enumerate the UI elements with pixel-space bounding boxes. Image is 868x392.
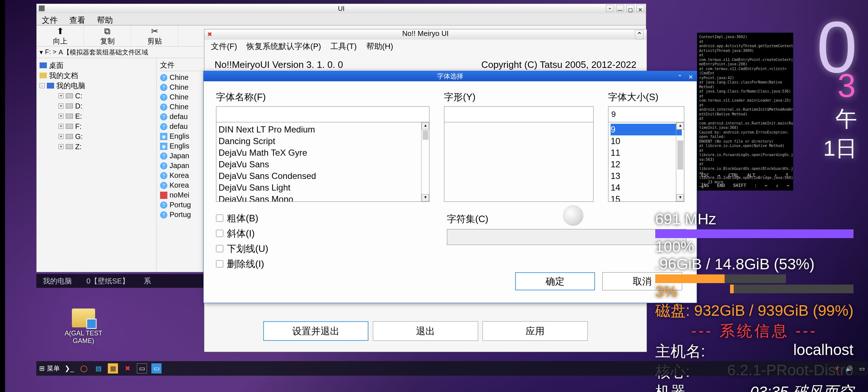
font-option[interactable]: DIN Next LT Pro Medium [219,124,427,135]
expand-icon[interactable]: + [58,124,64,129]
fm-cut-button[interactable]: ✂ 剪贴 [131,25,178,46]
meiryo-menu-file[interactable]: 文件(F) [211,41,237,50]
fm-menu-file[interactable]: 文件 [42,15,58,24]
fm-path-segment[interactable]: A【模拟器套装组基础文件区域 [59,48,148,57]
expand-icon[interactable]: + [58,114,64,119]
tb2-pc[interactable]: 我的电脑 [43,276,72,286]
tree-desktop[interactable]: 桌面 [40,60,153,70]
expand-icon[interactable]: + [58,103,64,109]
scroll-thumb[interactable] [423,130,428,140]
fm-maximize-icon[interactable]: ▢ [626,5,634,12]
terminal-key[interactable]: CTRL [728,173,739,178]
meiryo-set-exit-button[interactable]: 设置并退出 [263,321,368,341]
terminal-key[interactable]: SHIFT [733,183,746,188]
fm-minimize-icon[interactable]: ⌃ [606,5,614,12]
fm-path-drive[interactable]: F: > [45,48,57,56]
font-option[interactable]: DejaVu Sans [219,159,427,170]
start-button[interactable]: ⊞ 菜单 [39,364,60,373]
taskbar-firefox-icon[interactable]: ◯ [79,363,89,373]
terminal-key[interactable]: INS [701,183,709,188]
meiryo-menu-help[interactable]: 帮助(H) [366,41,394,50]
size-option[interactable]: 10 [611,135,682,147]
fd-ok-button[interactable]: 确定 [515,272,595,290]
fd-font-scrollbar[interactable]: ▴ ▾ [421,122,429,201]
fd-style-list[interactable] [444,122,594,202]
font-option[interactable]: DejaVu Sans Mono [219,193,427,202]
terminal-key[interactable]: : [754,183,757,188]
fd-titlebar[interactable]: 字体选择 ⌃ ✕ [204,71,697,81]
tree-docs[interactable]: 我的文档 [40,70,153,81]
fm-menu-help[interactable]: 帮助 [97,15,113,24]
meiryo-exit-button[interactable]: 退出 [373,321,478,341]
taskbar-grid-icon[interactable]: ▦ [108,363,118,373]
fd-size-scrollbar[interactable]: ▴ ▾ [676,122,684,201]
tb2-sys[interactable]: 系 [144,276,151,286]
tree-drive[interactable]: +C: [40,91,153,101]
expand-icon[interactable]: + [58,144,64,149]
fm-menu-view[interactable]: 查看 [69,15,85,24]
fd-name-input[interactable] [216,106,429,122]
terminal-key[interactable]: ↑ [774,173,777,178]
tray-volume-icon[interactable]: 🔊 [845,365,853,372]
taskbar-meiryo-icon[interactable]: ✖ [122,363,133,373]
scroll-thumb[interactable] [677,140,683,170]
terminal-panel[interactable]: ContextImpl.java:3002) at android.app.Ac… [697,33,793,191]
expand-icon[interactable]: + [58,134,64,139]
terminal-key[interactable]: → [787,183,789,188]
terminal-key[interactable]: ↓ [776,183,778,188]
taskbar-terminal-icon[interactable]: ❯_ [64,363,74,373]
tree-drive[interactable]: +E: [40,111,153,121]
tray-notification-icon[interactable]: ▭ [859,365,865,372]
fd-size-list[interactable]: 9101112131415 ▴ ▾ [608,122,684,202]
tree-drive[interactable]: +F: [40,121,153,131]
terminal-key[interactable]: - [763,173,766,178]
desktop-shortcut[interactable]: A(GAL TEST GAME) [62,309,105,345]
meiryo-menu-tools[interactable]: 工具(T) [330,41,356,50]
meiryo-apply-button[interactable]: 应用 [482,321,588,341]
fd-strike-check[interactable]: 删除线(I) [216,256,429,271]
scroll-down-icon[interactable]: ▾ [421,194,429,201]
fm-up-button[interactable]: ⬆ 向上 [37,25,84,46]
size-option[interactable]: 11 [611,147,682,159]
fd-bold-check[interactable]: 粗体(B) [216,211,429,226]
fd-font-list[interactable]: DIN Next LT Pro MediumDancing ScriptDeja… [216,122,429,202]
terminal-key[interactable]: ESC [701,173,709,178]
fm-titlebar[interactable]: UI ⌃ — ▢ ✕ [37,4,646,13]
terminal-key[interactable]: ⤒ [785,173,789,178]
fd-underline-check[interactable]: 下划线(U) [216,241,429,256]
fm-close-icon[interactable]: ✕ [636,5,644,12]
fd-style-input[interactable] [444,106,594,122]
terminal-key[interactable]: ⇥ [717,173,720,178]
scroll-down-icon[interactable]: ▾ [676,194,684,201]
font-option[interactable]: DejaVu Sans Light [219,182,427,193]
chevron-down-icon[interactable]: ▾ [40,48,43,56]
taskbar-files-icon[interactable]: ▤ [93,363,103,373]
font-option[interactable]: DejaVu Math TeX Gyre [219,147,427,159]
fd-charset-select[interactable] [447,229,686,245]
meiryo-titlebar[interactable]: ✖ No!! Meiryo UI ⌃ [204,29,647,40]
fd-italic-check[interactable]: 斜体(I) [216,226,429,241]
size-option[interactable]: 14 [611,182,682,193]
size-option[interactable]: 9 [611,124,682,135]
tb2-wallpaper[interactable]: 0【壁纸SE】 [86,276,129,286]
tree-drive[interactable]: +D: [40,101,153,111]
scroll-up-icon[interactable]: ▴ [676,122,684,130]
terminal-key[interactable]: END [717,183,725,188]
font-option[interactable]: Dancing Script [219,135,427,147]
tree-drive[interactable]: +G: [40,131,153,142]
tree-pc[interactable]: -我的电脑 [40,81,153,91]
taskbar-image-icon[interactable]: ▭ [151,363,162,373]
scroll-up-icon[interactable]: ▴ [421,122,429,130]
font-option[interactable]: DejaVu Sans Condensed [219,170,427,182]
fd-close-icon[interactable]: ✕ [686,72,695,80]
meiryo-menu-restore[interactable]: 恢复系统默认字体(P) [246,41,321,50]
tree-drive[interactable]: +Z: [40,142,153,152]
size-option[interactable]: 15 [611,193,682,202]
size-option[interactable]: 13 [611,170,682,182]
meiryo-minimize-icon[interactable]: ⌃ [635,30,644,40]
fm-minimize2-icon[interactable]: — [616,5,624,12]
taskbar-app-icon[interactable]: ▭ [137,363,147,373]
terminal-key[interactable]: ALT [747,173,755,178]
size-option[interactable]: 12 [611,159,682,170]
fd-size-input[interactable] [608,106,684,122]
